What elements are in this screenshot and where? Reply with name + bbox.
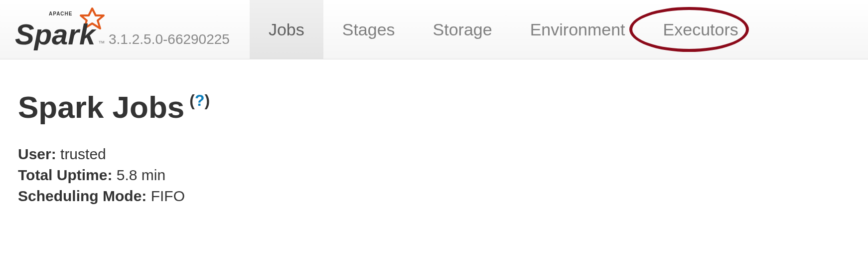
content: Spark Jobs (?) User: trusted Total Uptim… [0, 59, 868, 205]
info-label: User: [18, 146, 56, 162]
version-label: 3.1.2.5.0-66290225 [109, 31, 230, 47]
tab-stages[interactable]: Stages [323, 0, 414, 59]
tab-label: Executors [663, 20, 738, 39]
logo-area: APACHE Spark TM 3.1.2.5.0-66290225 [15, 4, 230, 54]
info-value: 5.8 min [117, 167, 165, 183]
info-value: FIFO [151, 188, 185, 204]
page-title-row: Spark Jobs (?) [18, 89, 868, 125]
info-scheduling-mode: Scheduling Mode: FIFO [18, 188, 868, 205]
tab-label: Environment [530, 20, 625, 39]
info-uptime: Total Uptime: 5.8 min [18, 167, 868, 184]
info-label: Scheduling Mode: [18, 188, 146, 204]
tab-storage[interactable]: Storage [414, 0, 511, 59]
tab-label: Jobs [269, 20, 304, 39]
navbar: APACHE Spark TM 3.1.2.5.0-66290225 Jobs … [0, 0, 868, 59]
svg-text:APACHE: APACHE [49, 11, 72, 16]
info-user: User: trusted [18, 146, 868, 163]
svg-text:TM: TM [99, 40, 105, 44]
help-icon: ? [195, 91, 205, 109]
tab-jobs[interactable]: Jobs [250, 0, 323, 59]
nav-tabs: Jobs Stages Storage Environment Executor… [250, 0, 757, 59]
tab-label: Storage [433, 20, 492, 39]
info-label: Total Uptime: [18, 167, 112, 183]
tab-environment[interactable]: Environment [511, 0, 644, 59]
help-link[interactable]: (?) [189, 91, 210, 110]
tab-label: Stages [342, 20, 395, 39]
page-title: Spark Jobs [18, 89, 184, 125]
info-list: User: trusted Total Uptime: 5.8 min Sche… [18, 146, 868, 205]
info-value: trusted [60, 146, 106, 162]
svg-text:Spark: Spark [15, 18, 97, 50]
spark-logo-icon[interactable]: APACHE Spark TM [15, 4, 105, 54]
tab-executors[interactable]: Executors [644, 0, 757, 59]
